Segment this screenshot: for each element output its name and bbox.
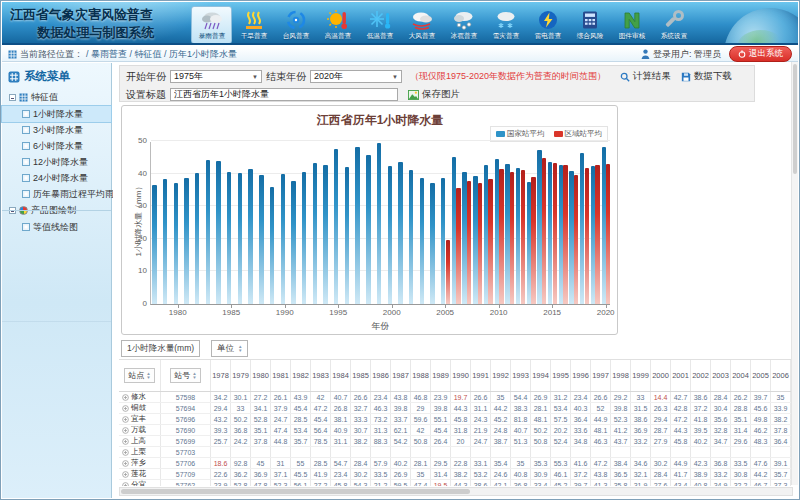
table-row[interactable]: 上栗57703 <box>119 447 793 458</box>
legend-swatch <box>496 131 505 137</box>
h-scroll-thumb[interactable] <box>121 489 470 494</box>
value-cell: 26.6 <box>591 392 611 402</box>
header-year-1998[interactable]: 1998 <box>611 360 631 391</box>
logout-button[interactable]: 退出系统 <box>729 46 792 62</box>
header-year-2005[interactable]: 2005 <box>751 360 771 391</box>
x-axis-label: 年份 <box>151 320 610 333</box>
header-year-1999[interactable]: 1999 <box>631 360 651 391</box>
expand-icon[interactable] <box>122 449 129 456</box>
unit-sort-control[interactable]: 单位 ▲▼ <box>211 340 248 357</box>
legend-item[interactable]: 国家站平均 <box>496 129 545 139</box>
expander-icon[interactable] <box>9 94 16 101</box>
header-year-1978[interactable]: 1978 <box>211 360 231 391</box>
header-year-2002[interactable]: 2002 <box>691 360 711 391</box>
expand-icon[interactable] <box>122 482 129 487</box>
value-cell: 43.2 <box>211 414 231 424</box>
value-cell: 45.8 <box>671 436 691 446</box>
table-row[interactable]: 上高5769925.724.237.844.835.778.531.138.28… <box>119 436 793 447</box>
value-cell: 40.9 <box>331 425 351 435</box>
toolbar-item-cold[interactable]: 低温普查 <box>359 6 400 44</box>
sidebar-item-0-1[interactable]: 3小时降水量 <box>2 122 111 138</box>
header-year-1980[interactable]: 1980 <box>251 360 271 391</box>
expand-icon[interactable] <box>122 438 129 445</box>
end-year-select[interactable]: 2020年 ▼ <box>310 70 402 83</box>
sidebar-item-0-3[interactable]: 12小时降水量 <box>2 154 111 170</box>
station-sort-button[interactable]: 站点▲▼ <box>124 368 154 383</box>
toolbar-item-hail[interactable]: 冰雹普查 <box>443 6 484 44</box>
chart-title-input[interactable] <box>170 88 398 101</box>
horizontal-scrollbar[interactable] <box>119 487 793 496</box>
bar-区域站平均-2017 <box>574 175 578 304</box>
data-download-button[interactable]: 数据下载 <box>681 70 732 83</box>
table-row[interactable]: 铜鼓5769429.43334.137.945.447.226.832.746.… <box>119 403 793 414</box>
expand-icon[interactable] <box>122 416 129 423</box>
vertical-scrollbar[interactable] <box>791 62 798 485</box>
header-year-2003[interactable]: 2003 <box>711 360 731 391</box>
calc-result-button[interactable]: 计算结果 <box>620 70 671 83</box>
value-cell: 33.2 <box>711 469 731 479</box>
header-year-2001[interactable]: 2001 <box>671 360 691 391</box>
expand-icon[interactable] <box>122 460 129 467</box>
header-year-1983[interactable]: 1983 <box>311 360 331 391</box>
sidebar-item-0-4[interactable]: 24小时降水量 <box>2 170 111 186</box>
station-id-sort-button[interactable]: 站号▲▼ <box>170 368 200 383</box>
sidebar-item-1-0[interactable]: 等值线绘图 <box>2 219 111 235</box>
header-year-2004[interactable]: 2004 <box>731 360 751 391</box>
header-year-1993[interactable]: 1993 <box>511 360 531 391</box>
value-cell: 40.2 <box>391 458 411 468</box>
header-year-1990[interactable]: 1990 <box>451 360 471 391</box>
toolbar-item-map-audit[interactable]: 图件审核 <box>611 6 652 44</box>
sidebar-item-0-2[interactable]: 6小时降水量 <box>2 138 111 154</box>
v-scroll-thumb[interactable] <box>793 64 797 174</box>
toolbar-item-snow[interactable]: 雪灾普查 <box>485 6 526 44</box>
header-year-1996[interactable]: 1996 <box>571 360 591 391</box>
header-year-2000[interactable]: 2000 <box>651 360 671 391</box>
sidebar-group-0[interactable]: 特征值 <box>2 89 111 106</box>
save-image-button[interactable]: 保存图片 <box>408 88 460 101</box>
table-row[interactable]: 宜丰5769643.250.252.824.728.545.438.133.37… <box>119 414 793 425</box>
toolbar-item-lightning[interactable]: 雷电普查 <box>527 6 568 44</box>
toolbar-item-heat[interactable]: 高温普查 <box>317 6 358 44</box>
header-year-1982[interactable]: 1982 <box>291 360 311 391</box>
header-year-1986[interactable]: 1986 <box>371 360 391 391</box>
header-year-1984[interactable]: 1984 <box>331 360 351 391</box>
legend-item[interactable]: 区域站平均 <box>554 129 603 139</box>
toolbar-item-rainstorm[interactable]: 暴雨普查 <box>191 6 232 44</box>
header-year-1992[interactable]: 1992 <box>491 360 511 391</box>
header-year-1988[interactable]: 1988 <box>411 360 431 391</box>
table-row[interactable]: 万载5769039.336.835.147.453.456.440.930.73… <box>119 425 793 436</box>
header-year-1994[interactable]: 1994 <box>531 360 551 391</box>
table-row[interactable]: 莲花5770922.636.236.937.145.541.923.430.23… <box>119 469 793 480</box>
table-row[interactable]: 萍乡5770618.692.845315528.554.728.457.940.… <box>119 458 793 469</box>
station-id-cell: 57762 <box>161 480 211 486</box>
sidebar-item-0-0[interactable]: 1小时降水量 <box>2 106 111 122</box>
header-year-1985[interactable]: 1985 <box>351 360 371 391</box>
expand-icon[interactable] <box>122 471 129 478</box>
breadcrumb[interactable]: / 暴雨普查 / 特征值 / 历年1小时降水量 <box>86 48 237 61</box>
header-year-1987[interactable]: 1987 <box>391 360 411 391</box>
header-year-1997[interactable]: 1997 <box>591 360 611 391</box>
header-year-2006[interactable]: 2006 <box>771 360 791 391</box>
settings-icon <box>662 8 686 31</box>
header-year-1989[interactable]: 1989 <box>431 360 451 391</box>
table-row[interactable]: 分宜5776223.952.847.852.356.127.245.854.32… <box>119 480 793 486</box>
toolbar-item-typhoon[interactable]: 台风普查 <box>275 6 316 44</box>
sidebar-item-0-5[interactable]: 历年暴雨过程平均雨量 <box>2 186 111 202</box>
value-cell: 29.4 <box>651 414 671 424</box>
header-year-1995[interactable]: 1995 <box>551 360 571 391</box>
start-year-select[interactable]: 1975年 ▼ <box>170 70 262 83</box>
expand-icon[interactable] <box>122 405 129 412</box>
toolbar-item-risk-calc[interactable]: 综合风险 <box>569 6 610 44</box>
header-year-1981[interactable]: 1981 <box>271 360 291 391</box>
table-row[interactable]: 修水5759834.230.127.226.143.94240.726.623.… <box>119 392 793 403</box>
header-year-1991[interactable]: 1991 <box>471 360 491 391</box>
station-id-cell: 57709 <box>161 469 211 479</box>
expand-icon[interactable] <box>122 394 129 401</box>
value-cell: 31 <box>271 458 291 468</box>
expand-icon[interactable] <box>122 427 129 434</box>
value-cell: 26.2 <box>731 392 751 402</box>
header-year-1979[interactable]: 1979 <box>231 360 251 391</box>
toolbar-item-settings[interactable]: 系统设置 <box>653 6 694 44</box>
toolbar-item-drought[interactable]: 干旱普查 <box>233 6 274 44</box>
toolbar-item-wind[interactable]: 大风普查 <box>401 6 442 44</box>
